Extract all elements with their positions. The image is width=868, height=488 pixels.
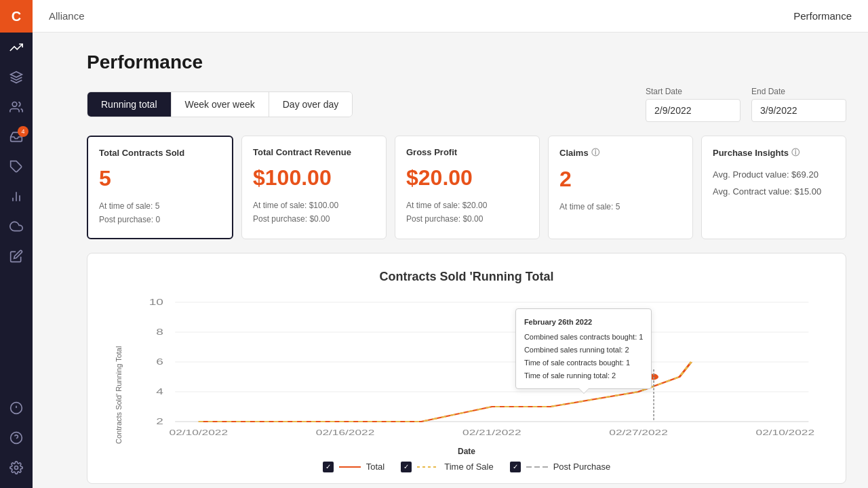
metric-sub: Avg. Product value: $69.20 Avg. Contract… [713,167,835,200]
tooltip-line-4: Time of sale running total: 2 [524,369,644,382]
legend-time-of-sale: ✓ Time of Sale [401,462,494,472]
metric-title: Total Contracts Sold [99,148,221,158]
main-content: Performance Running total Week over week… [65,33,868,488]
svg-point-1 [12,102,17,107]
start-date-field: Start Date [646,87,741,122]
chart-area[interactable]: February 26th 2022 Combined sales contra… [128,295,832,444]
topbar: Alliance Performance [33,0,868,33]
sidebar: C 4 [0,0,33,488]
end-date-label: End Date [751,87,846,96]
y-axis-label: Contracts Sold' Running Total [115,295,123,444]
nav-alliance: Alliance [49,10,85,22]
metric-value: $100.00 [253,165,375,190]
sidebar-item-help[interactable] [0,423,33,453]
sidebar-item-tags[interactable] [0,152,33,182]
x-axis-label: Date [101,447,832,456]
sidebar-item-alert[interactable] [0,393,33,423]
svg-text:02/10/2022: 02/10/2022 [756,428,815,436]
legend-pp-label: Post Purchase [553,462,611,472]
svg-text:02/16/2022: 02/16/2022 [316,428,375,436]
svg-text:10: 10 [149,298,163,307]
end-date-field: End Date [751,87,846,122]
sidebar-item-layers[interactable] [0,62,33,92]
svg-text:02/27/2022: 02/27/2022 [609,428,668,436]
chart-tooltip: February 26th 2022 Combined sales contra… [515,308,652,389]
metric-sub: At time of sale: 5 [559,200,682,214]
claims-info-icon[interactable]: ⓘ [591,147,599,159]
sidebar-item-inbox[interactable]: 4 [0,122,33,152]
metrics-row: Total Contracts Sold 5 At time of sale: … [87,136,846,239]
sidebar-item-charts[interactable] [0,182,33,211]
metric-value: $20.00 [406,165,528,190]
tooltip-line-1: Combined sales contracts bought: 1 [524,331,644,344]
nav-performance: Performance [793,10,852,22]
legend-total-label: Total [366,462,384,472]
tab-running-total[interactable]: Running total [87,92,172,117]
svg-text:8: 8 [156,328,163,337]
svg-text:02/21/2022: 02/21/2022 [462,428,521,436]
sidebar-item-users[interactable] [0,92,33,122]
sidebar-item-edit[interactable] [0,241,33,271]
metric-claims: Claims ⓘ 2 At time of sale: 5 [548,136,693,239]
metric-purchase-insights: Purchase Insights ⓘ Avg. Product value: … [701,136,846,239]
tooltip-arrow-inner [579,388,589,393]
metric-value: 5 [99,166,221,191]
svg-text:6: 6 [156,358,163,367]
legend-pp-checkbox[interactable]: ✓ [510,462,521,472]
start-date-input[interactable] [646,99,741,122]
filter-row: Running total Week over week Day over da… [87,87,846,122]
end-date-input[interactable] [751,99,846,122]
legend-post-purchase: ✓ Post Purchase [510,462,611,472]
metric-sub: At time of sale: 5 Post purchase: 0 [99,199,221,227]
svg-text:02/10/2022: 02/10/2022 [170,428,229,436]
svg-point-11 [15,466,18,470]
metric-title: Purchase Insights ⓘ [713,147,835,159]
start-date-label: Start Date [646,87,741,96]
legend-tos-line [417,466,439,468]
tooltip-line-2: Combined sales running total: 2 [524,344,644,357]
metric-sub: At time of sale: $20.00 Post purchase: $… [406,199,528,226]
metric-title: Claims ⓘ [559,147,682,159]
page-title: Performance [87,52,846,73]
tab-day-over-day[interactable]: Day over day [269,92,352,117]
legend-tos-label: Time of Sale [444,462,494,472]
legend-pp-line [526,466,548,468]
metric-sub: At time of sale: $100.00 Post purchase: … [253,199,375,226]
svg-text:4: 4 [156,388,163,396]
sidebar-item-performance[interactable] [0,33,33,62]
legend-total-checkbox[interactable]: ✓ [323,462,334,472]
tooltip-line-3: Time of sale contracts bought: 1 [524,357,644,369]
metric-gross-profit: Gross Profit $20.00 At time of sale: $20… [395,136,540,239]
chart-section: Contracts Sold 'Running Total Contracts … [87,253,846,484]
tab-group: Running total Week over week Day over da… [87,92,353,117]
metric-value: 2 [559,167,682,192]
tab-week-over-week[interactable]: Week over week [172,92,269,117]
legend-tos-checkbox[interactable]: ✓ [401,462,412,472]
date-range: Start Date End Date [646,87,846,122]
inbox-badge: 4 [18,126,28,137]
metric-total-contract-revenue: Total Contract Revenue $100.00 At time o… [241,136,387,239]
purchase-insights-info-icon[interactable]: ⓘ [791,147,800,159]
legend-total: ✓ Total [323,462,384,472]
metric-title: Gross Profit [406,147,528,157]
chart-container: Contracts Sold' Running Total February 2… [101,295,832,444]
chart-title: Contracts Sold 'Running Total [101,270,832,284]
chart-legend: ✓ Total ✓ Time of Sale ✓ Post Purchase [101,462,832,472]
app-logo[interactable]: C [0,0,33,33]
metric-title: Total Contract Revenue [253,147,375,157]
chart-svg[interactable]: 10 8 6 4 2 02/10/2022 02/16/2022 02/21/2… [128,295,832,444]
sidebar-item-cloud[interactable] [0,211,33,241]
legend-total-line [339,466,361,468]
svg-text:2: 2 [156,418,163,426]
tooltip-date: February 26th 2022 [524,316,644,329]
metric-total-contracts-sold: Total Contracts Sold 5 At time of sale: … [87,136,233,239]
svg-marker-0 [11,72,22,77]
sidebar-item-settings[interactable] [0,453,33,483]
